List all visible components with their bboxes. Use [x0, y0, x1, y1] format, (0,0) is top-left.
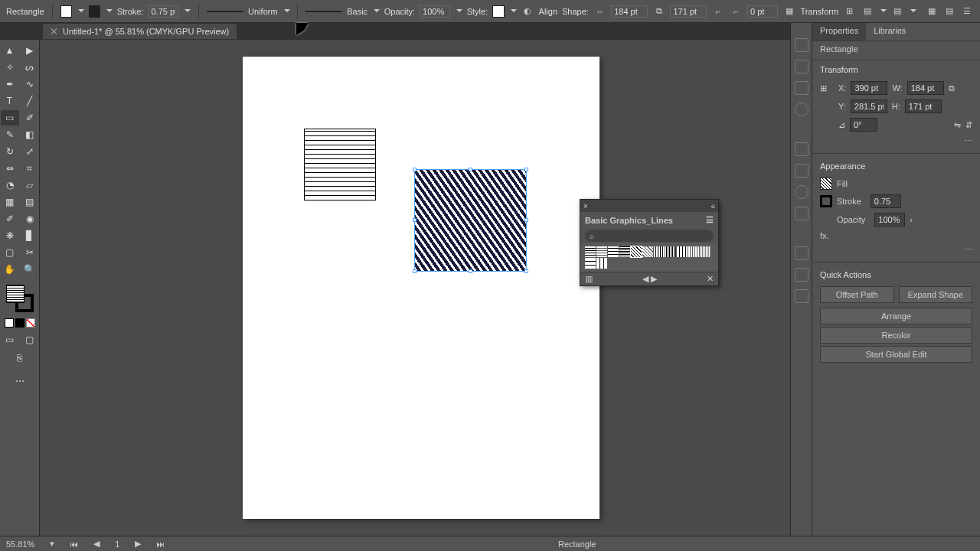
fx-icon[interactable]: fx.	[820, 231, 829, 240]
edit-toolbar[interactable]: ⋯	[11, 373, 29, 389]
constrain-icon[interactable]: ⧉	[949, 83, 955, 93]
shaper-tool[interactable]: ✎	[1, 127, 19, 142]
perspective-tool[interactable]: ▱	[21, 178, 39, 193]
opacity-input[interactable]	[874, 213, 905, 227]
artboard-tool[interactable]: ▢	[1, 245, 19, 260]
stroke-swatch[interactable]	[89, 5, 100, 18]
more-options-icon[interactable]: ⋯	[964, 245, 972, 255]
panel-menu-icon[interactable]: ☰	[706, 215, 714, 225]
swatch-item[interactable]	[596, 246, 607, 257]
screen-mode-full[interactable]: ▢	[21, 332, 39, 347]
swatch-item[interactable]	[585, 258, 596, 269]
document-tab[interactable]: Untitled-1* @ 55.81% (CMYK/GPU Preview)	[43, 24, 237, 39]
resize-handle[interactable]	[524, 269, 528, 273]
free-transform-tool[interactable]: ⌗	[21, 161, 39, 176]
tab-libraries[interactable]: Libraries	[866, 23, 913, 41]
stroke-weight-input[interactable]	[871, 194, 901, 208]
swatches-panel[interactable]: ×« Basic Graphics_Lines☰ ⌕ ▥ ◀ ▶ ✕	[580, 199, 719, 286]
swatch-item[interactable]	[700, 246, 710, 257]
chevron-down-icon[interactable]	[77, 8, 84, 15]
asset-export-panel-icon[interactable]	[795, 268, 808, 282]
slice-tool[interactable]: ✂	[21, 245, 39, 260]
recolor-button[interactable]: Recolor	[820, 327, 972, 344]
swatch-item[interactable]	[642, 246, 653, 257]
artboard[interactable]	[243, 57, 599, 519]
screen-mode-normal[interactable]: ▭	[1, 332, 19, 347]
align-label[interactable]: Align	[539, 7, 557, 16]
fill-swatch[interactable]	[820, 178, 832, 190]
resize-handle[interactable]	[413, 168, 416, 171]
y-input[interactable]	[851, 99, 887, 113]
resize-handle[interactable]	[469, 269, 472, 273]
shape-width-input[interactable]	[611, 5, 648, 18]
arrange-button[interactable]: Arrange	[820, 308, 972, 324]
fill-stroke-control[interactable]	[5, 283, 35, 314]
eraser-tool[interactable]: ◧	[21, 127, 39, 142]
reference-point-icon[interactable]: ⊞	[820, 83, 834, 93]
h-input[interactable]	[905, 99, 942, 113]
swatch-search[interactable]: ⌕	[585, 230, 714, 242]
brushes-panel-icon[interactable]	[795, 81, 808, 95]
flip-v-icon[interactable]: ⇵	[965, 120, 972, 130]
w-input[interactable]	[907, 81, 944, 95]
swatch-item[interactable]	[631, 246, 642, 257]
nav-last-icon[interactable]: ⏭	[156, 540, 165, 549]
resize-handle[interactable]	[413, 218, 416, 222]
expand-shape-button[interactable]: Expand Shape	[899, 286, 973, 303]
rectangle-shape-2-selected[interactable]	[415, 170, 526, 271]
stroke-swatch[interactable]	[820, 195, 832, 207]
shape-builder-tool[interactable]: ◔	[1, 178, 19, 193]
chevron-down-icon[interactable]	[509, 8, 517, 15]
color-mode-none[interactable]	[26, 318, 35, 328]
paintbrush-tool[interactable]: ✐	[21, 110, 39, 126]
corner-type-icon[interactable]: ⌐	[730, 5, 743, 18]
scale-tool[interactable]: ⤢	[21, 144, 39, 159]
width-profile-preview[interactable]	[207, 11, 243, 12]
nav-prev-icon[interactable]: ◀	[93, 539, 100, 549]
swatch-item[interactable]	[665, 246, 676, 257]
chevron-down-icon[interactable]: ▾	[50, 539, 54, 549]
resize-handle[interactable]	[469, 168, 472, 171]
color-mode-gradient[interactable]	[15, 318, 24, 328]
rotate-tool[interactable]: ↻	[1, 144, 19, 159]
prev-icon[interactable]: ◀	[642, 274, 648, 283]
direct-selection-tool[interactable]: ▶	[21, 43, 39, 58]
tab-properties[interactable]: Properties	[812, 23, 866, 41]
corner-type-icon[interactable]: ⌐	[711, 5, 724, 18]
mesh-tool[interactable]: ▦	[1, 194, 19, 210]
document-setup-icon[interactable]: ◐	[521, 5, 534, 18]
appearance-panel-icon[interactable]	[795, 207, 808, 220]
nav-first-icon[interactable]: ⏮	[70, 540, 78, 549]
close-icon[interactable]: ×	[583, 202, 588, 210]
magic-wand-tool[interactable]: ✧	[1, 60, 19, 75]
selection-tool[interactable]: ▲	[1, 43, 19, 58]
gradient-tool[interactable]: ▤	[21, 194, 39, 210]
gradient-panel-icon[interactable]	[795, 164, 808, 178]
chevron-down-icon[interactable]	[879, 8, 887, 15]
line-tool[interactable]: ╱	[21, 93, 39, 109]
resize-handle[interactable]	[413, 269, 416, 273]
brush-preview[interactable]	[305, 11, 342, 12]
link-icon[interactable]: ⧉	[652, 5, 665, 18]
symbol-sprayer-tool[interactable]: ❋	[1, 228, 19, 243]
chevron-down-icon[interactable]	[909, 8, 916, 15]
panel-header[interactable]: ×«	[580, 200, 718, 212]
shape-height-input[interactable]	[670, 5, 707, 18]
fill-swatch[interactable]	[60, 5, 72, 18]
start-global-edit-button[interactable]: Start Global Edit	[820, 346, 972, 363]
swatch-item[interactable]	[654, 246, 665, 257]
chevron-down-icon[interactable]	[183, 8, 191, 15]
width-tool[interactable]: ⇔	[1, 161, 19, 176]
rectangle-shape-1[interactable]	[304, 129, 376, 201]
swatch-item[interactable]	[596, 258, 607, 269]
swatch-item[interactable]	[585, 246, 596, 257]
swatch-options-icon[interactable]: ▥	[585, 274, 593, 284]
transform-label[interactable]: Transform	[800, 7, 838, 16]
resize-handle[interactable]	[524, 168, 528, 171]
chevron-down-icon[interactable]	[455, 8, 462, 15]
grid-icon[interactable]: ▦	[925, 5, 938, 18]
transparency-panel-icon[interactable]	[795, 185, 808, 199]
swatch-item[interactable]	[677, 246, 688, 257]
more-options-icon[interactable]: ⋯	[964, 136, 972, 146]
opacity-input[interactable]	[420, 5, 450, 18]
